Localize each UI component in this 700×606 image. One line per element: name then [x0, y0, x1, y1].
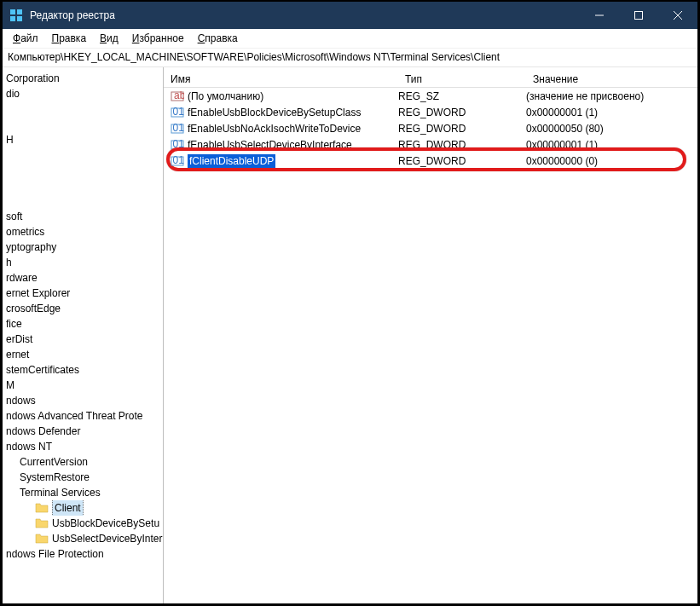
- close-button[interactable]: [658, 2, 697, 29]
- tree-pane[interactable]: CorporationdioHsoftometricsyptographyhrd…: [3, 67, 164, 603]
- tree-item[interactable]: [3, 193, 163, 209]
- svg-text:011: 011: [173, 138, 185, 150]
- col-header-name[interactable]: Имя: [164, 73, 398, 85]
- folder-icon: [35, 517, 49, 529]
- tree-item[interactable]: dio: [3, 86, 163, 101]
- tree-item[interactable]: [3, 178, 163, 193]
- tree-item[interactable]: h: [3, 255, 163, 270]
- window-controls: [580, 2, 697, 29]
- tree-item[interactable]: crosoftEdge: [3, 301, 163, 316]
- svg-rect-0: [10, 9, 15, 14]
- regedit-window: Редактор реестра Файл Правка Вид Избранн…: [0, 0, 700, 606]
- maximize-button[interactable]: [619, 2, 658, 29]
- svg-text:ab: ab: [174, 89, 184, 101]
- tree-item[interactable]: H: [3, 132, 163, 147]
- dword-icon: 011: [171, 106, 184, 119]
- titlebar[interactable]: Редактор реестра: [3, 2, 697, 29]
- list-rows: ab(По умолчанию)REG_SZ(значение не присв…: [164, 88, 697, 169]
- menu-edit[interactable]: Правка: [45, 30, 94, 47]
- menu-help[interactable]: Справка: [191, 30, 245, 47]
- address-bar[interactable]: Компьютер\HKEY_LOCAL_MACHINE\SOFTWARE\Po…: [3, 49, 697, 67]
- registry-row[interactable]: 011fEnableUsbNoAckIsochWriteToDeviceREG_…: [164, 120, 697, 136]
- menu-file[interactable]: Файл: [6, 30, 45, 47]
- registry-row[interactable]: 011fEnableUsbBlockDeviceBySetupClassREG_…: [164, 104, 697, 120]
- registry-row[interactable]: 011fClientDisableUDPREG_DWORD0x00000000 …: [164, 153, 697, 169]
- col-header-type[interactable]: Тип: [398, 73, 526, 85]
- tree-item[interactable]: [3, 147, 163, 163]
- tree-item[interactable]: fice: [3, 316, 163, 332]
- dword-icon: 011: [171, 122, 184, 136]
- folder-icon: [35, 533, 49, 545]
- registry-row[interactable]: ab(По умолчанию)REG_SZ(значение не присв…: [164, 88, 697, 104]
- tree-item[interactable]: ndows: [3, 393, 163, 408]
- registry-row[interactable]: 011fEnableUsbSelectDeviceByInterfaceREG_…: [164, 136, 697, 153]
- dword-icon: 011: [171, 154, 184, 168]
- list-pane[interactable]: Имя Тип Значение ab(По умолчанию)REG_SZ(…: [164, 67, 697, 603]
- dword-icon: 011: [171, 138, 184, 152]
- tree-item[interactable]: soft: [3, 209, 163, 224]
- tree-item[interactable]: UsbSelectDeviceByInter: [3, 531, 163, 546]
- tree-item[interactable]: rdware: [3, 270, 163, 286]
- svg-rect-3: [17, 16, 22, 21]
- tree-item[interactable]: ndows NT: [3, 439, 163, 454]
- tree-item[interactable]: yptography: [3, 240, 163, 255]
- tree-item[interactable]: UsbBlockDeviceBySetu: [3, 516, 163, 531]
- svg-text:011: 011: [173, 122, 185, 134]
- window-title: Редактор реестра: [30, 9, 580, 21]
- menubar: Файл Правка Вид Избранное Справка: [3, 29, 697, 49]
- svg-rect-1: [17, 9, 22, 14]
- tree-item[interactable]: ndows File Protection: [3, 546, 163, 562]
- tree-item[interactable]: ndows Advanced Threat Prote: [3, 408, 163, 424]
- tree-item[interactable]: [3, 101, 163, 117]
- tree-item[interactable]: ernet: [3, 347, 163, 362]
- tree-item[interactable]: erDist: [3, 332, 163, 347]
- tree-item[interactable]: ndows Defender: [3, 424, 163, 439]
- col-header-value[interactable]: Значение: [526, 73, 697, 85]
- tree-item[interactable]: Client: [3, 500, 163, 516]
- tree-item[interactable]: M: [3, 378, 163, 393]
- main-split: CorporationdioHsoftometricsyptographyhrd…: [3, 67, 697, 603]
- menu-view[interactable]: Вид: [93, 30, 125, 47]
- folder-icon: [35, 502, 49, 514]
- tree-item[interactable]: stemCertificates: [3, 362, 163, 378]
- tree-item[interactable]: ometrics: [3, 224, 163, 240]
- tree-item[interactable]: [3, 163, 163, 178]
- minimize-button[interactable]: [580, 2, 619, 29]
- svg-text:011: 011: [173, 154, 185, 166]
- tree-item[interactable]: CurrentVersion: [3, 454, 163, 470]
- menu-favorites[interactable]: Избранное: [125, 30, 191, 47]
- tree-item[interactable]: SystemRestore: [3, 470, 163, 485]
- list-header: Имя Тип Значение: [164, 67, 697, 88]
- svg-rect-5: [635, 12, 643, 20]
- svg-text:011: 011: [173, 106, 185, 118]
- app-icon: [9, 9, 23, 22]
- string-icon: ab: [171, 89, 184, 103]
- tree-item[interactable]: ernet Explorer: [3, 286, 163, 301]
- tree-item[interactable]: [3, 117, 163, 132]
- tree-item[interactable]: Corporation: [3, 71, 163, 86]
- svg-rect-2: [10, 16, 15, 21]
- tree-item[interactable]: Terminal Services: [3, 485, 163, 500]
